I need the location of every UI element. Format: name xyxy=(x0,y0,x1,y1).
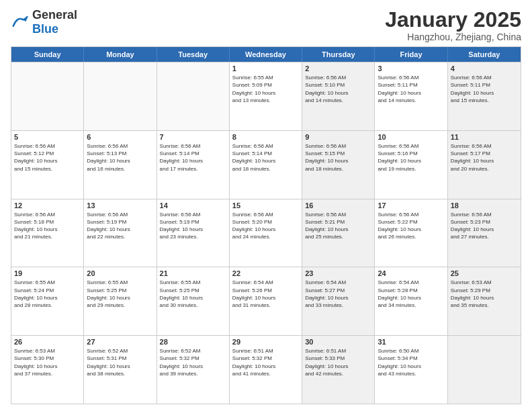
day-info: Sunrise: 6:56 AM Sunset: 5:20 PM Dayligh… xyxy=(232,211,299,241)
header-day-thursday: Thursday xyxy=(302,47,375,62)
day-number: 19 xyxy=(14,269,81,277)
calendar-row-3: 19Sunrise: 6:55 AM Sunset: 5:24 PM Dayli… xyxy=(11,267,521,335)
logo-blue: Blue xyxy=(32,22,58,36)
day-number: 31 xyxy=(378,338,444,346)
day-number: 23 xyxy=(305,269,371,277)
calendar-row-0: 1Sunrise: 6:55 AM Sunset: 5:09 PM Daylig… xyxy=(11,62,521,130)
header-day-friday: Friday xyxy=(375,47,447,62)
day-number: 28 xyxy=(160,338,226,346)
calendar-cell-1-0: 5Sunrise: 6:56 AM Sunset: 5:12 PM Daylig… xyxy=(11,131,84,199)
calendar-cell-2-6: 18Sunrise: 6:56 AM Sunset: 5:23 PM Dayli… xyxy=(448,199,521,267)
day-number: 25 xyxy=(451,269,518,277)
day-number: 1 xyxy=(232,64,299,73)
day-number: 10 xyxy=(378,133,444,141)
day-number: 17 xyxy=(378,201,444,210)
header-day-monday: Monday xyxy=(84,47,157,62)
day-info: Sunrise: 6:56 AM Sunset: 5:13 PM Dayligh… xyxy=(87,142,153,173)
calendar-cell-1-4: 9Sunrise: 6:56 AM Sunset: 5:15 PM Daylig… xyxy=(302,131,375,199)
calendar-cell-1-3: 8Sunrise: 6:56 AM Sunset: 5:14 PM Daylig… xyxy=(230,131,302,199)
calendar-cell-3-1: 20Sunrise: 6:55 AM Sunset: 5:25 PM Dayli… xyxy=(84,267,157,335)
day-info: Sunrise: 6:56 AM Sunset: 5:22 PM Dayligh… xyxy=(378,211,444,241)
day-info: Sunrise: 6:56 AM Sunset: 5:21 PM Dayligh… xyxy=(305,211,371,241)
calendar-row-1: 5Sunrise: 6:56 AM Sunset: 5:12 PM Daylig… xyxy=(11,130,521,199)
day-number: 29 xyxy=(232,338,299,346)
day-info: Sunrise: 6:55 AM Sunset: 5:09 PM Dayligh… xyxy=(232,74,299,104)
calendar-cell-1-5: 10Sunrise: 6:56 AM Sunset: 5:16 PM Dayli… xyxy=(375,131,447,199)
calendar-cell-4-4: 30Sunrise: 6:51 AM Sunset: 5:33 PM Dayli… xyxy=(302,336,375,404)
calendar-cell-4-0: 26Sunrise: 6:53 AM Sunset: 5:30 PM Dayli… xyxy=(11,336,84,404)
day-number: 20 xyxy=(87,269,153,277)
day-number: 30 xyxy=(305,338,371,346)
calendar-cell-2-3: 15Sunrise: 6:56 AM Sunset: 5:20 PM Dayli… xyxy=(230,199,302,267)
day-info: Sunrise: 6:56 AM Sunset: 5:17 PM Dayligh… xyxy=(451,142,518,173)
day-number: 3 xyxy=(378,64,444,73)
calendar: SundayMondayTuesdayWednesdayThursdayFrid… xyxy=(11,46,521,404)
calendar-row-2: 12Sunrise: 6:56 AM Sunset: 5:18 PM Dayli… xyxy=(11,199,521,267)
calendar-cell-0-3: 1Sunrise: 6:55 AM Sunset: 5:09 PM Daylig… xyxy=(230,62,302,130)
calendar-cell-1-2: 7Sunrise: 6:56 AM Sunset: 5:14 PM Daylig… xyxy=(157,131,230,199)
location-subtitle: Hangzhou, Zhejiang, China xyxy=(385,32,521,42)
day-info: Sunrise: 6:54 AM Sunset: 5:28 PM Dayligh… xyxy=(378,279,444,309)
header-day-saturday: Saturday xyxy=(448,47,521,62)
day-info: Sunrise: 6:51 AM Sunset: 5:32 PM Dayligh… xyxy=(232,347,299,377)
calendar-body: 1Sunrise: 6:55 AM Sunset: 5:09 PM Daylig… xyxy=(11,62,521,404)
header-day-wednesday: Wednesday xyxy=(230,47,302,62)
calendar-cell-2-0: 12Sunrise: 6:56 AM Sunset: 5:18 PM Dayli… xyxy=(11,199,84,267)
day-info: Sunrise: 6:56 AM Sunset: 5:19 PM Dayligh… xyxy=(87,211,153,241)
day-info: Sunrise: 6:50 AM Sunset: 5:34 PM Dayligh… xyxy=(378,347,444,377)
top-row: General Blue January 2025 Hangzhou, Zhej… xyxy=(11,8,521,42)
calendar-cell-3-4: 23Sunrise: 6:54 AM Sunset: 5:27 PM Dayli… xyxy=(302,267,375,335)
calendar-cell-4-3: 29Sunrise: 6:51 AM Sunset: 5:32 PM Dayli… xyxy=(230,336,302,404)
calendar-cell-1-6: 11Sunrise: 6:56 AM Sunset: 5:17 PM Dayli… xyxy=(448,131,521,199)
day-number: 21 xyxy=(160,269,226,277)
calendar-cell-3-2: 21Sunrise: 6:55 AM Sunset: 5:25 PM Dayli… xyxy=(157,267,230,335)
day-number: 7 xyxy=(160,133,226,141)
day-number: 15 xyxy=(232,201,299,210)
calendar-cell-3-6: 25Sunrise: 6:53 AM Sunset: 5:29 PM Dayli… xyxy=(448,267,521,335)
day-info: Sunrise: 6:56 AM Sunset: 5:18 PM Dayligh… xyxy=(14,211,81,241)
day-info: Sunrise: 6:52 AM Sunset: 5:32 PM Dayligh… xyxy=(160,347,226,377)
calendar-cell-3-5: 24Sunrise: 6:54 AM Sunset: 5:28 PM Dayli… xyxy=(375,267,447,335)
day-number: 8 xyxy=(232,133,299,141)
calendar-cell-0-0 xyxy=(11,62,84,130)
calendar-cell-3-0: 19Sunrise: 6:55 AM Sunset: 5:24 PM Dayli… xyxy=(11,267,84,335)
calendar-row-4: 26Sunrise: 6:53 AM Sunset: 5:30 PM Dayli… xyxy=(11,335,521,404)
day-info: Sunrise: 6:54 AM Sunset: 5:26 PM Dayligh… xyxy=(232,279,299,309)
day-info: Sunrise: 6:56 AM Sunset: 5:19 PM Dayligh… xyxy=(160,211,226,241)
calendar-cell-2-2: 14Sunrise: 6:56 AM Sunset: 5:19 PM Dayli… xyxy=(157,199,230,267)
day-info: Sunrise: 6:56 AM Sunset: 5:14 PM Dayligh… xyxy=(232,142,299,173)
calendar-header: SundayMondayTuesdayWednesdayThursdayFrid… xyxy=(11,47,521,62)
day-number: 24 xyxy=(378,269,444,277)
calendar-cell-0-5: 3Sunrise: 6:56 AM Sunset: 5:11 PM Daylig… xyxy=(375,62,447,130)
day-number: 26 xyxy=(14,338,81,346)
day-info: Sunrise: 6:56 AM Sunset: 5:12 PM Dayligh… xyxy=(14,142,81,173)
day-number: 2 xyxy=(305,64,371,73)
day-number: 4 xyxy=(451,64,518,73)
calendar-cell-3-3: 22Sunrise: 6:54 AM Sunset: 5:26 PM Dayli… xyxy=(230,267,302,335)
day-info: Sunrise: 6:56 AM Sunset: 5:11 PM Dayligh… xyxy=(451,74,518,104)
page: General Blue January 2025 Hangzhou, Zhej… xyxy=(0,0,532,411)
day-info: Sunrise: 6:56 AM Sunset: 5:11 PM Dayligh… xyxy=(378,74,444,104)
day-info: Sunrise: 6:53 AM Sunset: 5:30 PM Dayligh… xyxy=(14,347,81,377)
logo-text: General Blue xyxy=(32,8,77,36)
logo-general: General xyxy=(32,8,77,21)
logo-icon xyxy=(11,15,30,30)
day-number: 9 xyxy=(305,133,371,141)
day-info: Sunrise: 6:56 AM Sunset: 5:14 PM Dayligh… xyxy=(160,142,226,173)
calendar-cell-0-1 xyxy=(84,62,157,130)
day-number: 6 xyxy=(87,133,153,141)
day-number: 27 xyxy=(87,338,153,346)
day-number: 14 xyxy=(160,201,226,210)
day-number: 13 xyxy=(87,201,153,210)
day-number: 12 xyxy=(14,201,81,210)
calendar-cell-0-2 xyxy=(157,62,230,130)
calendar-cell-4-1: 27Sunrise: 6:52 AM Sunset: 5:31 PM Dayli… xyxy=(84,336,157,404)
logo: General Blue xyxy=(11,8,77,36)
day-info: Sunrise: 6:52 AM Sunset: 5:31 PM Dayligh… xyxy=(87,347,153,377)
header-day-sunday: Sunday xyxy=(11,47,84,62)
calendar-cell-2-1: 13Sunrise: 6:56 AM Sunset: 5:19 PM Dayli… xyxy=(84,199,157,267)
calendar-cell-4-5: 31Sunrise: 6:50 AM Sunset: 5:34 PM Dayli… xyxy=(375,336,447,404)
day-info: Sunrise: 6:56 AM Sunset: 5:23 PM Dayligh… xyxy=(451,211,518,241)
day-info: Sunrise: 6:54 AM Sunset: 5:27 PM Dayligh… xyxy=(305,279,371,309)
day-number: 18 xyxy=(451,201,518,210)
